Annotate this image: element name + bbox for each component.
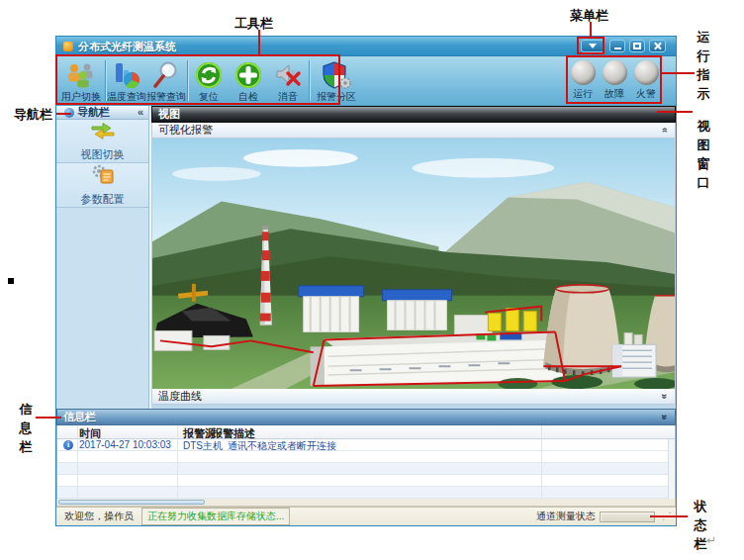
channel-status-meter — [600, 512, 655, 522]
info-icon: i — [63, 440, 73, 450]
annotation-view-window: 视图窗口 — [696, 117, 711, 192]
annotation-run-indicator: 运行指示 — [696, 28, 711, 103]
table-hscrollbar[interactable] — [56, 499, 676, 507]
nav-panel: 导航栏 « 视图切换 — [56, 106, 149, 409]
nav-panel-body — [56, 208, 148, 409]
table-gridline — [541, 425, 542, 499]
table-row-empty[interactable] — [57, 463, 675, 475]
annotation-status-line — [650, 515, 688, 517]
status-bar: 欢迎您，操作员 正在努力收集数据库存储状态... 通道测量状态 ⋰ — [56, 507, 676, 525]
nav-item-label: 参数配置 — [81, 192, 125, 207]
table-row[interactable]: i 2017-04-27 10:03:03 DTS主机 通讯不稳定或者断开连接 — [57, 439, 675, 451]
minimize-button[interactable] — [609, 40, 625, 52]
view-panel: 视图 可视化报警 » — [151, 106, 676, 409]
annotation-info: 信息栏 — [18, 400, 34, 456]
maximize-icon — [633, 43, 641, 49]
status-db-message: 正在努力收集数据库存储状态... — [141, 508, 290, 525]
minimize-icon — [614, 47, 621, 49]
document-page: { "annotations": { "toolbar_label": "工具栏… — [0, 0, 744, 560]
gear-config-icon — [90, 163, 116, 189]
temp-curve-bar[interactable]: 温度曲线 » — [151, 389, 676, 405]
alarm-table: 时间 报警源 报警描述 i 2017-04-27 10:03:03 DTS主机 … — [56, 425, 676, 499]
annotation-nav-line — [56, 113, 71, 115]
alarm-table-header: 时间 报警源 报警描述 — [57, 425, 675, 439]
table-row-empty[interactable] — [57, 475, 675, 487]
view-panel-title: 视图 — [158, 107, 180, 122]
view-panel-header: 视图 — [151, 106, 676, 123]
annotation-indicator-line — [662, 72, 695, 74]
cell-time: 2017-04-27 10:03:03 — [79, 439, 171, 450]
info-panel-header[interactable]: 信息栏 » — [56, 409, 676, 425]
annotation-info-line — [36, 417, 61, 419]
table-gridline — [177, 425, 178, 499]
status-welcome: 欢迎您，操作员 — [60, 510, 138, 523]
table-row-empty[interactable] — [57, 451, 675, 463]
annotation-view-line — [657, 111, 693, 113]
info-collapse-icon[interactable]: » — [662, 412, 668, 422]
close-icon — [653, 42, 662, 50]
annotation-status: 状态栏 — [693, 497, 708, 553]
hscrollbar-thumb[interactable] — [58, 500, 205, 505]
main-content: 导航栏 « 视图切换 — [56, 106, 676, 409]
annotation-indicator-box — [566, 55, 662, 104]
window-title: 分布式光纤测温系统 — [78, 40, 176, 54]
annotation-toolbar-line — [258, 30, 260, 55]
annotation-menubar-box — [577, 37, 604, 54]
nav-item-label: 视图切换 — [81, 147, 125, 162]
document-bullet — [8, 278, 14, 284]
nav-item-view-switch[interactable]: 视图切换 — [56, 120, 148, 163]
visual-alarm-bar[interactable]: 可视化报警 » — [151, 123, 676, 139]
annotation-toolbar-box — [55, 54, 340, 105]
collapse-left-icon[interactable]: « — [138, 106, 143, 118]
annotation-toolbar: 工具栏 — [234, 16, 273, 31]
expand-down-icon[interactable]: » — [662, 391, 668, 402]
app-window: 分布式光纤测温系统 用户切换 — [55, 36, 677, 526]
info-panel-title: 信息栏 — [63, 410, 96, 424]
table-gridline — [77, 425, 78, 499]
visual-alarm-title: 可视化报警 — [158, 123, 213, 138]
maximize-button[interactable] — [629, 40, 645, 52]
swap-arrows-icon — [89, 121, 117, 144]
plant-scene-image[interactable] — [151, 139, 676, 389]
status-channel-label: 通道测量状态 — [536, 510, 596, 523]
table-vscrollbar[interactable] — [668, 439, 675, 499]
nav-panel-title: 导航栏 — [77, 105, 110, 120]
annotation-menubar-line — [590, 22, 592, 38]
table-row-empty[interactable] — [57, 487, 675, 499]
app-icon — [63, 42, 73, 51]
close-button[interactable] — [649, 40, 666, 52]
annotation-nav: 导航栏 — [14, 107, 52, 122]
nav-item-param-config[interactable]: 参数配置 — [56, 163, 148, 208]
temp-curve-title: 温度曲线 — [158, 389, 202, 404]
annotation-menubar: 菜单栏 — [570, 8, 608, 23]
collapse-up-icon[interactable]: » — [662, 125, 668, 136]
